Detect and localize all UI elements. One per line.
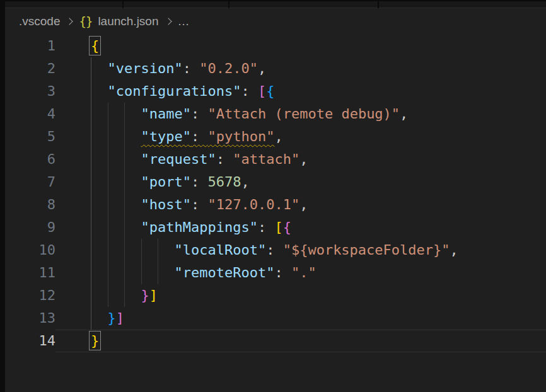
code-line[interactable]: 6 "request": "attach", (5, 148, 546, 171)
line-content: "version": "0.2.0", (55, 57, 546, 80)
code-token: : (191, 197, 208, 212)
line-number: 6 (5, 148, 55, 171)
code-token: , (450, 242, 458, 258)
matched-bracket: } (91, 333, 99, 349)
code-line[interactable]: 12 }] (5, 284, 546, 307)
code-token: ] (116, 310, 124, 326)
window-top-edge (0, 0, 546, 1)
line-content: "localRoot": "${workspaceFolder}", (55, 239, 546, 262)
code-line[interactable]: 3 "configurations": [{ (5, 80, 546, 103)
line-content: { (55, 35, 546, 57)
code-line[interactable]: 9 "pathMappings": [{ (5, 216, 546, 239)
code-token: "remoteRoot" (174, 265, 274, 280)
code-token (91, 265, 174, 280)
line-number: 3 (5, 80, 55, 103)
code-token: "configurations" (108, 83, 241, 99)
json-braces-icon: {} (79, 14, 92, 28)
code-token (91, 83, 108, 99)
line-number: 2 (5, 57, 55, 80)
code-token (91, 310, 108, 326)
breadcrumb-more[interactable]: … (178, 14, 190, 28)
line-content: "port": 5678, (55, 171, 546, 193)
code-line[interactable]: 10 "localRoot": "${workspaceFolder}", (5, 239, 546, 262)
indent-guide (124, 239, 125, 262)
indent-guide (141, 262, 142, 284)
code-editor[interactable]: 1{2 "version": "0.2.0",3 "configurations… (5, 35, 546, 392)
indent-guide (91, 171, 91, 193)
code-token: "type" (141, 129, 190, 144)
line-content: }] (55, 307, 546, 330)
code-token: "pathMappings" (141, 219, 257, 235)
indent-guide (124, 103, 125, 125)
code-token (91, 106, 141, 122)
code-token: } (141, 287, 149, 303)
code-token: "0.2.0" (199, 61, 258, 76)
indent-guide (141, 239, 142, 262)
code-token: [ (274, 219, 282, 235)
line-content: "request": "attach", (55, 148, 546, 171)
chevron-right-icon (66, 18, 73, 25)
indent-guide (91, 307, 91, 330)
indent-guide (124, 262, 125, 284)
line-content: "pathMappings": [{ (55, 216, 546, 239)
code-line[interactable]: 2 "version": "0.2.0", (5, 57, 546, 80)
code-token (91, 129, 141, 144)
indent-guide (124, 216, 125, 239)
indent-guide (108, 148, 108, 171)
line-content: }] (55, 284, 546, 307)
code-token: "host" (141, 197, 190, 212)
code-token: ] (149, 287, 158, 303)
code-line[interactable]: 13 }] (5, 307, 546, 330)
code-line[interactable]: 7 "port": 5678, (5, 171, 546, 193)
code-line[interactable]: 14} (5, 330, 546, 352)
chevron-right-icon (165, 18, 171, 25)
code-line[interactable]: 8 "host": "127.0.0.1", (5, 193, 546, 216)
code-token: { (283, 219, 291, 235)
code-token: : (191, 106, 208, 122)
code-token: [ (258, 83, 266, 99)
breadcrumb: .vscode {} launch.json … (5, 9, 546, 34)
code-token (91, 197, 141, 212)
indent-guide (108, 193, 108, 216)
indent-guide (124, 171, 125, 193)
code-token: : (266, 242, 283, 258)
code-token (91, 151, 141, 167)
code-line[interactable]: 11 "remoteRoot": "." (5, 262, 546, 284)
window-left-edge (0, 0, 5, 392)
line-content: "type": "python", (55, 125, 546, 148)
code-token (91, 174, 141, 190)
indent-guide (108, 239, 108, 262)
code-line[interactable]: 1{ (5, 35, 546, 57)
code-line[interactable]: 4 "name": "Attach (remote debug)", (5, 103, 546, 125)
breadcrumb-file[interactable]: launch.json (98, 14, 158, 28)
indent-guide (91, 239, 91, 262)
line-number: 14 (5, 330, 55, 352)
indent-guide (91, 262, 91, 284)
line-content: "host": "127.0.0.1", (55, 193, 546, 216)
indent-guide (91, 148, 91, 171)
line-number: 1 (5, 35, 55, 57)
code-token (91, 242, 174, 258)
code-token: : (183, 61, 200, 76)
code-token: "port" (141, 174, 190, 190)
code-token (91, 219, 141, 235)
breadcrumb-folder[interactable]: .vscode (19, 14, 60, 28)
indent-guide (108, 284, 108, 307)
indent-guide (108, 171, 108, 193)
code-token: "127.0.0.1" (207, 197, 299, 212)
indent-guide (124, 193, 125, 216)
indent-guide (91, 80, 91, 103)
indent-guide (91, 284, 91, 307)
code-line[interactable]: 5 "type": "python", (5, 125, 546, 148)
indent-guide (158, 262, 158, 284)
warning-squiggle: "type": "python" (141, 129, 274, 144)
code-token: , (400, 106, 408, 122)
line-number: 10 (5, 239, 55, 262)
matched-bracket: { (91, 38, 99, 54)
line-content: "name": "Attach (remote debug)", (55, 103, 546, 125)
code-token: , (299, 151, 308, 167)
code-token: { (266, 83, 274, 99)
indent-guide (91, 57, 91, 80)
indent-guide (108, 125, 108, 148)
line-number: 11 (5, 262, 55, 284)
